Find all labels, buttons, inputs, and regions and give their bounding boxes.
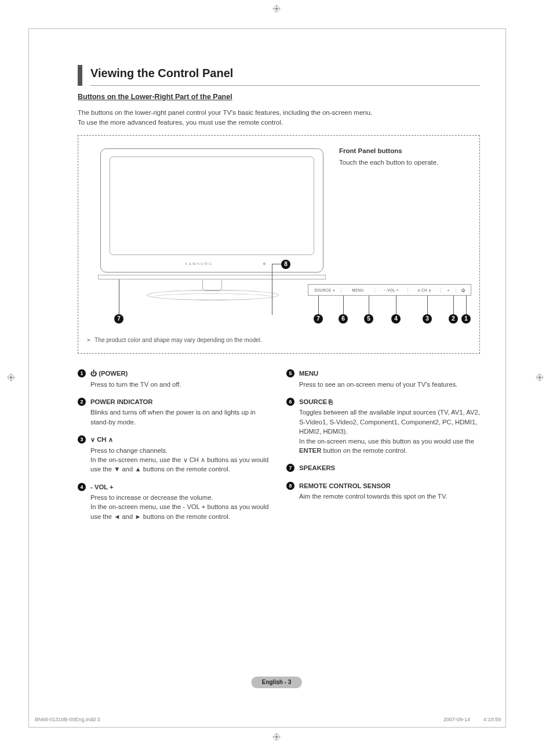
tv-screen xyxy=(110,157,314,255)
tv-stand-base-inner xyxy=(150,293,275,301)
footer-right: 2007-09-14 4:10:59 xyxy=(443,716,501,724)
sub-heading: Buttons on the Lower-Right Part of the P… xyxy=(78,92,480,102)
item-desc: Aim the remote control towards this spot… xyxy=(299,492,480,501)
list-item: 5MENUPress to see an on-screen menu of y… xyxy=(286,369,480,389)
tv-brand-label: SAMSUNG xyxy=(185,261,213,267)
tv-speaker-bar xyxy=(98,275,326,279)
page: Viewing the Control Panel Buttons on the… xyxy=(0,0,553,756)
tv-stand-neck xyxy=(202,279,222,291)
page-title: Viewing the Control Panel xyxy=(90,65,480,86)
diagram-box: Front Panel buttons Touch the each butto… xyxy=(78,135,480,354)
leader-line-2 xyxy=(453,296,454,315)
list-item: 2POWER INDICATORBlinks and turns off whe… xyxy=(78,397,271,427)
item-title: POWER INDICATOR xyxy=(90,397,271,406)
enter-icon: ⎆ xyxy=(333,288,335,292)
item-body: MENUPress to see an on-screen menu of yo… xyxy=(299,369,480,389)
badge-5: 5 xyxy=(364,314,373,324)
registration-mark-bottom xyxy=(272,733,281,741)
item-badge: 8 xyxy=(286,482,294,490)
description-columns: 1⏻ (POWER)Press to turn the TV on and of… xyxy=(78,369,480,529)
registration-mark-right xyxy=(536,373,544,381)
registration-mark-top xyxy=(272,5,281,13)
item-badge: 5 xyxy=(286,369,294,377)
badge-1: 1 xyxy=(461,314,471,324)
item-badge: 3 xyxy=(78,435,86,444)
intro-text: The buttons on the lower-right panel con… xyxy=(78,108,480,127)
svg-point-11 xyxy=(10,376,12,379)
item-body: POWER INDICATORBlinks and turns off when… xyxy=(90,397,271,427)
badge-7-right: 7 xyxy=(314,314,323,324)
item-body: ∨ CH ∧Press to change channels.In the on… xyxy=(90,435,271,474)
item-body: REMOTE CONTROL SENSORAim the remote cont… xyxy=(299,481,480,501)
intro-line-2: To use the more advanced features, you m… xyxy=(78,119,283,126)
leader-line-3 xyxy=(427,296,428,315)
leader-line-5 xyxy=(369,296,369,315)
button-strip: SOURCE ⎆ MENU − VOL + ∨ CH ∧ • ⏻ xyxy=(308,284,471,296)
strip-ch: ∨ CH ∧ xyxy=(408,288,441,293)
strip-vol: − VOL + xyxy=(375,288,408,293)
item-title: REMOTE CONTROL SENSOR xyxy=(299,481,480,490)
leader-line-7a xyxy=(119,279,119,315)
content-area: Viewing the Control Panel Buttons on the… xyxy=(78,65,480,529)
note-arrow-icon: ➣ xyxy=(86,337,91,343)
tv-diagram: SAMSUNG SOURCE ⎆ MENU − VOL + ∨ CH ∧ • ⏻ xyxy=(86,147,471,333)
leader-line-7b xyxy=(318,296,319,315)
footer-left: BN68-01310B-00Eng.indd 3 xyxy=(35,716,100,724)
registration-mark-left xyxy=(7,373,15,381)
heading-wrap: Viewing the Control Panel xyxy=(78,65,480,86)
item-desc: Press to see an on-screen menu of your T… xyxy=(299,380,480,389)
diagram-note: ➣The product color and shape may vary de… xyxy=(86,336,471,345)
left-column: 1⏻ (POWER)Press to turn the TV on and of… xyxy=(78,369,271,529)
list-item: 7SPEAKERS xyxy=(286,463,480,472)
item-title: SPEAKERS xyxy=(299,463,480,472)
item-title: ∨ CH ∧ xyxy=(90,435,271,444)
badge-6: 6 xyxy=(339,314,348,324)
strip-source: SOURCE ⎆ xyxy=(308,288,341,293)
item-desc: Press to turn the TV on and off. xyxy=(90,380,271,389)
list-item: 6SOURCE ⎘Toggles between all the availab… xyxy=(286,397,480,455)
item-badge: 1 xyxy=(78,369,86,377)
strip-source-label: SOURCE xyxy=(314,288,332,292)
svg-point-7 xyxy=(275,736,278,738)
strip-power: ⏻ xyxy=(456,288,471,293)
strip-indicator: • xyxy=(441,288,456,293)
footer: BN68-01310B-00Eng.indd 3 2007-09-14 4:10… xyxy=(35,716,501,724)
svg-point-15 xyxy=(539,376,541,379)
badge-3: 3 xyxy=(423,314,432,324)
item-title: MENU xyxy=(299,369,480,378)
note-text: The product color and shape may vary dep… xyxy=(94,337,262,343)
badge-7-left: 7 xyxy=(114,314,123,324)
item-title: SOURCE ⎘ xyxy=(299,397,480,406)
svg-point-3 xyxy=(275,8,278,10)
item-badge: 4 xyxy=(78,483,86,491)
item-body: - VOL +Press to increase or decrease the… xyxy=(90,482,271,522)
leader-line-6 xyxy=(343,296,344,315)
item-desc: Toggles between all the available input … xyxy=(299,408,480,455)
leader-line-4 xyxy=(396,296,396,315)
item-title: ⏻ (POWER) xyxy=(90,369,271,378)
item-badge: 2 xyxy=(78,398,86,406)
intro-line-1: The buttons on the lower-right panel con… xyxy=(78,109,372,116)
item-desc: Press to change channels.In the on-scree… xyxy=(90,446,271,474)
strip-menu: MENU xyxy=(341,288,374,293)
item-badge: 6 xyxy=(286,398,294,406)
list-item: 1⏻ (POWER)Press to turn the TV on and of… xyxy=(78,369,271,389)
leader-line-8 xyxy=(272,264,272,315)
badge-4: 4 xyxy=(391,314,401,324)
item-body: SPEAKERS xyxy=(299,463,480,472)
item-title: - VOL + xyxy=(90,482,271,492)
list-item: 8REMOTE CONTROL SENSORAim the remote con… xyxy=(286,481,480,501)
item-desc: Press to increase or decrease the volume… xyxy=(90,493,271,521)
item-badge: 7 xyxy=(286,464,294,472)
leader-line-1 xyxy=(466,296,467,315)
right-column: 5MENUPress to see an on-screen menu of y… xyxy=(286,369,480,529)
item-body: SOURCE ⎘Toggles between all the availabl… xyxy=(299,397,480,455)
page-number-pill: English - 3 xyxy=(252,677,302,689)
item-body: ⏻ (POWER)Press to turn the TV on and off… xyxy=(90,369,271,389)
item-desc: Blinks and turns off when the power is o… xyxy=(90,408,271,427)
list-item: 3∨ CH ∧Press to change channels.In the o… xyxy=(78,435,271,474)
badge-2: 2 xyxy=(449,314,458,324)
list-item: 4- VOL +Press to increase or decrease th… xyxy=(78,482,271,522)
